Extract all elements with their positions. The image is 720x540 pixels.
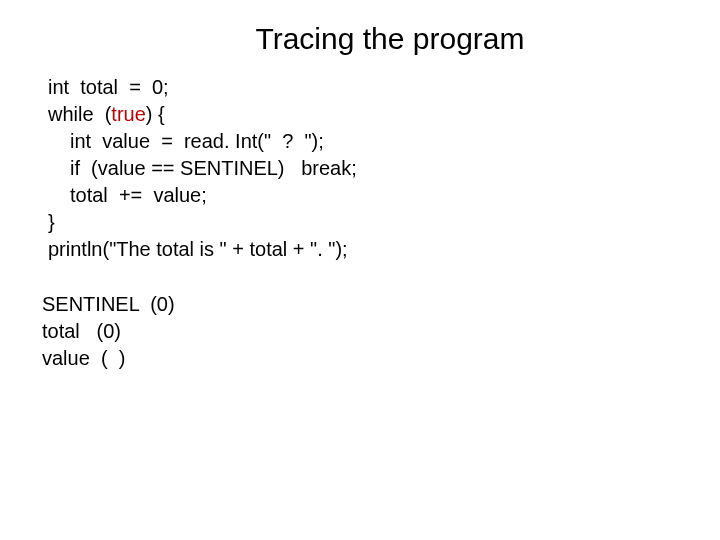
code-line-7: println("The total is " + total + ". ");: [48, 236, 720, 263]
trace-block: SENTINEL (0) total (0) value ( ): [0, 263, 720, 372]
code-line-5: total += value;: [48, 182, 720, 209]
trace-value: value ( ): [42, 345, 720, 372]
code-line-3: int value = read. Int(" ? ");: [48, 128, 720, 155]
trace-sentinel: SENTINEL (0): [42, 291, 720, 318]
code-block: int total = 0; while (true) { int value …: [0, 74, 720, 263]
code-line-6: }: [48, 209, 720, 236]
code-text: ) {: [146, 103, 165, 125]
keyword-true: true: [111, 103, 145, 125]
code-line-2: while (true) {: [48, 101, 720, 128]
code-text: while (: [48, 103, 111, 125]
code-line-4: if (value == SENTINEL) break;: [48, 155, 720, 182]
slide-title: Tracing the program: [0, 0, 720, 74]
trace-total: total (0): [42, 318, 720, 345]
code-line-1: int total = 0;: [48, 74, 720, 101]
